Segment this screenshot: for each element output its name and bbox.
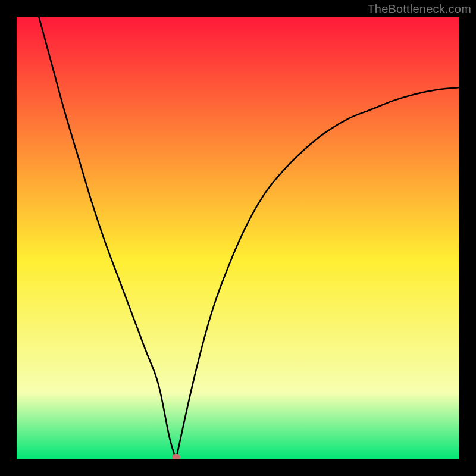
bottleneck-curve-line	[39, 17, 459, 459]
minimum-marker	[172, 454, 180, 459]
curve-layer	[17, 17, 459, 459]
plot-area	[17, 17, 459, 459]
watermark-label: TheBottleneck.com	[367, 2, 471, 16]
chart-frame: TheBottleneck.com	[0, 0, 476, 476]
